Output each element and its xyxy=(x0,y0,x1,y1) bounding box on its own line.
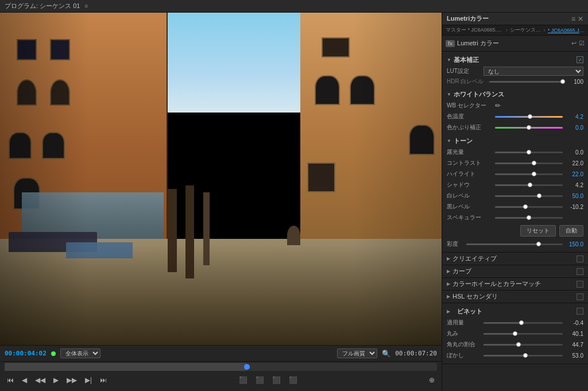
vignette-header[interactable]: ▶ ビネット xyxy=(447,305,583,317)
source-master[interactable]: マスター * JC6A0665.JPG xyxy=(446,26,504,34)
lut-select[interactable]: なし xyxy=(483,67,583,76)
exposure-value: 0.0 xyxy=(565,149,583,156)
vignette-section: ▶ ビネット 適用量 -0.4 丸み xyxy=(442,303,588,364)
highlight-row: ハイライト 22.0 xyxy=(447,169,583,179)
wb-chevron: ▼ xyxy=(447,92,451,97)
exposure-slider[interactable] xyxy=(495,152,563,153)
creative-title: クリエイティブ xyxy=(452,254,577,263)
lut-row: LUT設定 なし xyxy=(447,66,583,76)
btn-insert[interactable]: ⬛ xyxy=(237,375,250,385)
highlight-slider[interactable] xyxy=(495,173,563,175)
btn-to-end[interactable]: ⏭ xyxy=(98,375,109,385)
btn-step-fwd[interactable]: ▶| xyxy=(83,375,94,385)
view-select[interactable]: 全体表示 xyxy=(60,349,100,358)
shadow-value: 4.2 xyxy=(565,182,583,188)
fx-reset-icon[interactable]: ↩ xyxy=(571,40,577,47)
quality-select[interactable]: フル画質 xyxy=(337,349,377,358)
vignette-amount-value: -0.4 xyxy=(565,320,583,326)
close-icon[interactable]: ✕ xyxy=(578,15,583,23)
colorwheel-checkbox[interactable] xyxy=(577,281,583,288)
wb-selector-label: WB セレクター xyxy=(447,102,493,110)
vignette-round-slider[interactable] xyxy=(483,344,563,346)
curve-chevron: ▶ xyxy=(447,269,450,274)
timeline-handle[interactable] xyxy=(244,364,250,370)
main-content: 00:00:04:02 全体表示 フル画質 🔍 00:00:07:20 ⏮ xyxy=(0,13,588,391)
tint-value: 0.0 xyxy=(565,125,583,131)
highlight-value: 22.0 xyxy=(565,171,583,177)
black-slider[interactable] xyxy=(495,206,563,208)
btn-play-fwd[interactable]: ▶▶ xyxy=(64,375,79,385)
btn-lift[interactable]: ⬛ xyxy=(287,375,300,385)
creative-checkbox[interactable] xyxy=(577,255,583,262)
menu-icon[interactable]: ≡ xyxy=(84,3,88,9)
creative-section[interactable]: ▶ クリエイティブ xyxy=(442,253,588,265)
header-icons: ≡ ✕ xyxy=(571,15,583,23)
btn-play[interactable]: ▶ xyxy=(51,375,61,385)
hsl-checkbox[interactable] xyxy=(577,293,583,300)
reset-btn[interactable]: リセット xyxy=(520,225,556,237)
wb-header[interactable]: ▼ ホワイトバランス xyxy=(447,88,583,100)
hsl-section[interactable]: ▶ HSL セカンダリ xyxy=(442,291,588,303)
shadow-slider[interactable] xyxy=(495,184,563,186)
btn-extract[interactable]: ⬛ xyxy=(270,375,283,385)
vignette-mid-slider[interactable] xyxy=(483,333,563,335)
panel-title-bar: Lumetriカラー ≡ ✕ xyxy=(442,13,588,25)
saturation-value: 150.0 xyxy=(565,241,583,247)
wb-selector-row: WB セレクター ✏ xyxy=(447,100,583,111)
video-scene xyxy=(0,13,442,345)
basic-section-checkbox[interactable]: ✓ xyxy=(577,56,583,63)
hsl-chevron: ▶ xyxy=(447,294,450,299)
lumetri-scroll[interactable]: ▼ 基本補正 ✓ LUT設定 なし HDR 白レベル xyxy=(442,52,588,391)
tint-slider[interactable] xyxy=(495,127,563,129)
specular-label: スペキュラー xyxy=(447,214,493,222)
basic-section-title: 基本補正 xyxy=(454,56,574,64)
left-panel: 00:00:04:02 全体表示 フル画質 🔍 00:00:07:20 ⏮ xyxy=(0,13,442,391)
btn-overwrite[interactable]: ⬛ xyxy=(253,375,266,385)
bottom-controls: 00:00:04:02 全体表示 フル画質 🔍 00:00:07:20 ⏮ xyxy=(0,345,442,391)
creative-chevron: ▶ xyxy=(447,256,450,261)
saturation-slider[interactable] xyxy=(466,243,563,245)
hsl-title: HSL セカンダリ xyxy=(452,292,577,301)
menu-btn[interactable]: ≡ xyxy=(571,15,575,23)
colorwheel-section[interactable]: ▶ カラーホイールとカラーマッチ xyxy=(442,278,588,291)
source-seq[interactable]: シーケンス 01 xyxy=(510,26,541,34)
curve-checkbox[interactable] xyxy=(577,268,583,275)
basic-chevron: ▼ xyxy=(447,57,451,63)
hdr-label: HDR 白レベル xyxy=(447,78,487,86)
temp-value: 4.2 xyxy=(565,114,583,120)
black-label: 黒レベル xyxy=(447,203,493,211)
tone-chevron: ▼ xyxy=(447,138,451,144)
btn-step-back[interactable]: ◀ xyxy=(20,375,29,385)
vignette-checkbox[interactable] xyxy=(577,308,583,315)
basic-correction-section: ▼ 基本補正 ✓ LUT設定 なし HDR 白レベル xyxy=(442,52,588,253)
white-label: 白レベル xyxy=(447,192,493,200)
colorwheel-title: カラーホイールとカラーマッチ xyxy=(452,280,577,288)
fx-enable-icon[interactable]: ☑ xyxy=(579,40,585,47)
timeline-fill xyxy=(5,363,247,371)
timeline-scrub[interactable] xyxy=(5,363,437,371)
basic-section-header[interactable]: ▼ 基本補正 ✓ xyxy=(447,54,583,65)
vignette-feather-slider[interactable] xyxy=(483,355,563,357)
auto-btn[interactable]: 自動 xyxy=(559,225,583,237)
tone-title: トーン xyxy=(454,137,583,145)
curve-section[interactable]: ▶ カーブ xyxy=(442,265,588,278)
highlight-label: ハイライト xyxy=(447,170,493,178)
tint-label: 色かぶり補正 xyxy=(447,123,493,131)
contrast-row: コントラスト 22.0 xyxy=(447,158,583,168)
btn-to-start[interactable]: ⏮ xyxy=(5,375,16,385)
hdr-slider[interactable] xyxy=(489,81,563,83)
source-active[interactable]: * JC6A0665.JPG xyxy=(548,28,585,33)
btn-add-marker[interactable]: ⊕ xyxy=(427,375,437,385)
temp-slider[interactable] xyxy=(495,116,563,118)
vignette-amount-slider[interactable] xyxy=(483,322,563,324)
specular-slider[interactable] xyxy=(495,217,563,219)
contrast-slider[interactable] xyxy=(495,162,563,164)
white-slider[interactable] xyxy=(495,195,563,197)
vignette-amount-label: 適用量 xyxy=(447,319,481,327)
eyedropper-icon[interactable]: ✏ xyxy=(495,102,501,110)
btn-play-back[interactable]: ◀◀ xyxy=(33,375,48,385)
contrast-label: コントラスト xyxy=(447,159,493,167)
tone-header[interactable]: ▼ トーン xyxy=(447,135,583,146)
transport-bar: ⏮ ◀ ◀◀ ▶ ▶▶ ▶| ⏭ ⬛ ⬛ ⬛ ⬛ ⊕ xyxy=(0,372,442,388)
fx-header: fx Lumetri カラー ↩ ☑ xyxy=(442,36,588,52)
